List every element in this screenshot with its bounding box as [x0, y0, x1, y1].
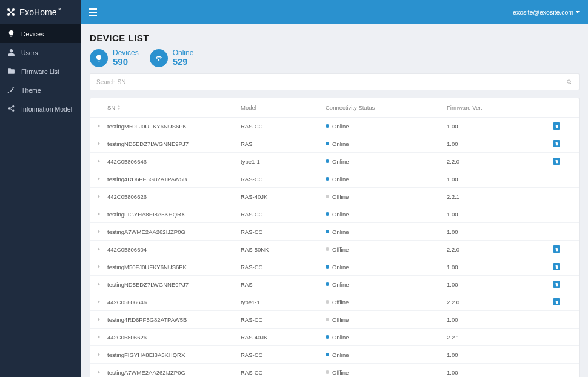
- table-row[interactable]: 442C05806646type1-1Online2.2.0: [90, 153, 579, 170]
- expand-row-icon[interactable]: [93, 265, 105, 269]
- table-row[interactable]: 442C05806626RAS-40JKOffline2.2.1: [90, 188, 579, 205]
- device-table: SN Model Connectivity Status Firmware Ve…: [90, 98, 580, 377]
- row-action-button[interactable]: [553, 140, 560, 147]
- trash-icon: [555, 247, 559, 252]
- expand-row-icon[interactable]: [93, 230, 105, 233]
- col-model[interactable]: Model: [241, 104, 326, 111]
- cell-sn: testingM50FJ0UFKY6NUS6PK: [107, 264, 241, 270]
- sidebar-item-label: Users: [21, 49, 38, 56]
- cell-model: RAS-CC: [241, 176, 326, 182]
- cell-firmware: 2.2.1: [447, 193, 553, 200]
- sort-icon: [117, 105, 121, 110]
- status-dot-icon: [326, 177, 329, 181]
- cell-status: Online: [326, 264, 447, 270]
- status-dot-icon: [326, 159, 329, 163]
- cell-firmware: 2.2.0: [447, 158, 553, 165]
- table-row[interactable]: testingM50FJ0UFKY6NUS6PKRAS-CCOnline1.00: [90, 258, 579, 276]
- sidebar-item-label: Firmware List: [21, 68, 59, 75]
- row-action-button[interactable]: [553, 281, 560, 288]
- cell-model: type1-1: [241, 299, 326, 305]
- expand-row-icon[interactable]: [93, 212, 105, 216]
- cell-sn: testingA7WME2AA262IJZP0G: [107, 229, 241, 235]
- table-row[interactable]: testingND5EDZ7LWGNNE9PJ7RASOnline1.00: [90, 135, 579, 153]
- table-row[interactable]: 442C05806646type1-1Offline2.2.0: [90, 293, 579, 311]
- row-action-button[interactable]: [553, 298, 560, 305]
- cell-sn: 442C05806646: [107, 158, 241, 165]
- col-sn[interactable]: SN: [107, 104, 241, 111]
- cell-model: RAS-CC: [241, 316, 326, 323]
- cell-status: Offline: [326, 369, 447, 376]
- cell-firmware: 1.00: [447, 211, 553, 218]
- status-dot-icon: [326, 212, 329, 216]
- menu-toggle-icon[interactable]: [89, 8, 97, 16]
- sidebar: ExoHome™ DevicesUsersFirmware ListThemeI…: [0, 0, 81, 377]
- expand-row-icon[interactable]: [93, 195, 105, 198]
- cell-status: Online: [326, 281, 447, 288]
- search-input[interactable]: [90, 74, 560, 90]
- table-row[interactable]: testing4RD6PF5G82ATPAW5BRAS-CCOffline1.0…: [90, 311, 579, 329]
- cell-firmware: 1.00: [447, 281, 553, 288]
- cell-sn: 442C05806626: [107, 193, 241, 200]
- folder-icon: [7, 67, 15, 75]
- expand-row-icon[interactable]: [93, 370, 105, 374]
- table-row[interactable]: testingA7WME2AA262IJZP0GRAS-CCOnline1.00: [90, 223, 579, 241]
- user-icon: [7, 48, 15, 56]
- expand-row-icon[interactable]: [93, 159, 105, 163]
- sidebar-item-theme[interactable]: Theme: [0, 81, 81, 99]
- expand-row-icon[interactable]: [93, 142, 105, 145]
- row-action-button[interactable]: [553, 245, 560, 253]
- cell-firmware: 2.2.1: [447, 334, 553, 341]
- expand-row-icon[interactable]: [93, 177, 105, 181]
- table-row[interactable]: testingND5EDZ7LWGNNE9PJ7RASOnline1.00: [90, 276, 579, 293]
- sidebar-item-users[interactable]: Users: [0, 43, 81, 62]
- table-row[interactable]: 442C05806626RAS-40JKOnline2.2.1: [90, 329, 579, 346]
- sidebar-item-information-model[interactable]: Information Model: [0, 99, 81, 118]
- table-row[interactable]: 442C05806604RAS-50NKOffline2.2.0: [90, 241, 579, 258]
- cell-status: Offline: [326, 193, 447, 200]
- cell-firmware: 1.00: [447, 264, 553, 270]
- col-firmware[interactable]: Firmware Ver.: [447, 104, 553, 111]
- expand-row-icon[interactable]: [93, 247, 105, 251]
- cell-model: RAS-40JK: [241, 334, 326, 341]
- status-dot-icon: [326, 195, 329, 198]
- table-row[interactable]: testingFIGYHA8EI8A5KHQRXRAS-CCOnline1.00: [90, 346, 579, 364]
- cell-status: Online: [326, 334, 447, 341]
- status-dot-icon: [326, 318, 329, 321]
- table-row[interactable]: testingFIGYHA8EI8A5KHQRXRAS-CCOnline1.00: [90, 205, 579, 223]
- expand-row-icon[interactable]: [93, 124, 105, 128]
- stat-value: 529: [173, 57, 194, 67]
- cell-status: Offline: [326, 299, 447, 305]
- cell-model: type1-1: [241, 158, 326, 165]
- sidebar-item-firmware-list[interactable]: Firmware List: [0, 62, 81, 81]
- search-button[interactable]: [560, 74, 579, 90]
- row-action-button[interactable]: [553, 263, 560, 270]
- cell-firmware: 1.00: [447, 369, 553, 376]
- col-status[interactable]: Connectivity Status: [326, 104, 447, 111]
- sidebar-item-devices[interactable]: Devices: [0, 24, 81, 43]
- stat-value: 590: [113, 57, 139, 67]
- table-row[interactable]: testingA7WME2AA262IJZP0GRAS-CCOffline1.0…: [90, 364, 579, 377]
- row-action-button[interactable]: [553, 122, 560, 130]
- cell-status: Online: [326, 229, 447, 235]
- status-dot-icon: [326, 370, 329, 374]
- cell-firmware: 1.00: [447, 316, 553, 323]
- cell-sn: testing4RD6PF5G82ATPAW5B: [107, 176, 241, 182]
- expand-row-icon[interactable]: [93, 335, 105, 339]
- expand-row-icon[interactable]: [93, 318, 105, 321]
- expand-row-icon[interactable]: [93, 300, 105, 304]
- expand-row-icon[interactable]: [93, 282, 105, 286]
- user-menu[interactable]: exosite@exosite.com: [513, 8, 580, 16]
- expand-row-icon[interactable]: [93, 353, 105, 356]
- status-dot-icon: [326, 265, 329, 269]
- table-row[interactable]: testingM50FJ0UFKY6NUS6PKRAS-CCOnline1.00: [90, 118, 579, 135]
- trash-icon: [555, 124, 559, 128]
- row-action-button[interactable]: [553, 158, 560, 165]
- cell-sn: testingA7WME2AA262IJZP0G: [107, 369, 241, 376]
- cell-sn: testingND5EDZ7LWGNNE9PJ7: [107, 141, 241, 147]
- brand-logo[interactable]: ExoHome™: [0, 0, 81, 24]
- cell-model: RAS-CC: [241, 229, 326, 235]
- search-bar: [90, 73, 580, 90]
- brand-name: ExoHome™: [19, 7, 61, 17]
- table-row[interactable]: testing4RD6PF5G82ATPAW5BRAS-CCOnline1.00: [90, 170, 579, 188]
- trash-icon: [555, 300, 559, 304]
